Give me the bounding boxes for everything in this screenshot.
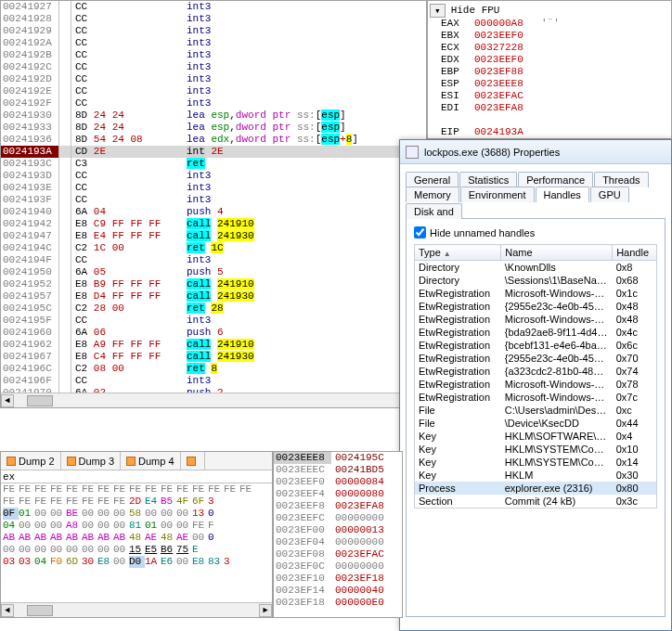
disasm-row[interactable]: 00241947E8 E4 FF FF FFcall 241930 [1, 230, 426, 242]
handles-table[interactable]: Type▲NameHandle Directory\KnownDlls0x8Di… [414, 244, 657, 509]
table-row[interactable]: EtwRegistration{a323cdc2-81b0-48b2...0x7… [415, 365, 657, 378]
disasm-row[interactable]: 002419308D 24 24lea esp,dword ptr ss:[es… [1, 109, 426, 122]
tab-threads[interactable]: Threads [594, 172, 648, 187]
scroll-left-arrow-icon[interactable]: ◄ [1, 604, 14, 617]
register-row[interactable] [430, 114, 669, 126]
table-row[interactable]: KeyHKLM0x30 [415, 469, 657, 482]
disassembly-pane[interactable]: 00241927CCint300241928CCint300241929CCin… [0, 0, 427, 408]
tab-handles[interactable]: Handles [536, 187, 589, 202]
register-row[interactable]: EBP0023EF88 [430, 66, 669, 78]
column-header[interactable]: Handle [613, 245, 657, 261]
stack-row[interactable]: 0023EEF80023EFA8 [274, 500, 402, 512]
tab-environment[interactable]: Environment [460, 187, 535, 202]
disasm-row[interactable]: 002419406A 04push 4 [1, 206, 426, 218]
register-row[interactable]: EIP0024193A [430, 126, 669, 138]
dump-tab[interactable]: Dump 2 [1, 452, 61, 470]
disasm-row[interactable]: 0024194CC2 1C 00ret 1C [1, 242, 426, 254]
disasm-row[interactable]: 0024196FCCint3 [1, 375, 426, 387]
table-row[interactable]: EtwRegistrationMicrosoft-Windows-Sh...0x… [415, 313, 657, 326]
disasm-hscrollbar[interactable]: ◄ ► [1, 393, 426, 407]
stack-row[interactable]: 0023EF0000000013 [274, 524, 402, 536]
disasm-row[interactable]: 0024193FCCint3 [1, 194, 426, 206]
disasm-row[interactable]: 0024193ACD 2Eint 2E [1, 146, 426, 158]
disasm-row[interactable]: 0024195FCCint3 [1, 315, 426, 327]
dump-row[interactable]: FEFEFEFEFEFEFEFEFEFEFEFEFEFEFEFE [1, 483, 272, 496]
hide-unnamed-input[interactable] [414, 226, 426, 238]
dump-row[interactable]: 0F010000BE00000058000000130 [1, 508, 272, 520]
table-row[interactable]: EtwRegistrationMicrosoft-Windows-TS...0x… [415, 287, 657, 300]
disasm-row[interactable]: 0024193ECCint3 [1, 182, 426, 194]
disasm-row[interactable]: 002419506A 05push 5 [1, 266, 426, 278]
table-row[interactable]: EtwRegistrationMicrosoft-Windows-Sh...0x… [415, 378, 657, 391]
table-row[interactable]: EtwRegistration{2955e23c-4e0b-45ca...0x7… [415, 352, 657, 365]
disasm-row[interactable]: 0024193DCCint3 [1, 170, 426, 182]
scroll-left-arrow-icon[interactable]: ◄ [1, 394, 14, 407]
stack-row[interactable]: 0023EF0C00000000 [274, 560, 402, 573]
disasm-row[interactable]: 0024195CC2 28 00ret 28 [1, 303, 426, 315]
scroll-thumb[interactable] [27, 395, 53, 406]
disasm-row[interactable]: 00241962E8 A9 FF FF FFcall 241910 [1, 339, 426, 351]
disasm-row[interactable]: 0024193CC3ret [1, 158, 426, 170]
disasm-row[interactable]: 0024196CC2 08 00ret 8 [1, 363, 426, 375]
dump-row[interactable]: ABABABABABABABAB48AE48AE000 [1, 532, 272, 544]
stack-row[interactable]: 0023EF080023EFAC [274, 548, 402, 560]
disasm-row[interactable]: 00241957E8 D4 FF FF FFcall 241930 [1, 290, 426, 303]
register-row[interactable]: EDX0023EEF0 [430, 54, 669, 66]
dump-tab-more[interactable] [181, 452, 205, 470]
dump-tab[interactable]: Dump 3 [61, 452, 122, 470]
column-header[interactable]: Type▲ [415, 245, 501, 261]
stack-row[interactable]: 0023EF100023EF18 [274, 573, 402, 585]
disasm-row[interactable]: 00241927CCint3 [1, 1, 426, 13]
disasm-row[interactable]: 0024192CCCint3 [1, 61, 426, 73]
dump-hscrollbar[interactable]: ◄ ► [1, 602, 272, 617]
table-row[interactable]: EtwRegistration{bda92ae8-9f11-4d49...0x4… [415, 326, 657, 339]
stack-pane[interactable]: 0023EEE80024195C0023EEEC00241BD50023EEF0… [273, 451, 403, 618]
disasm-row[interactable]: 00241928CCint3 [1, 13, 426, 25]
register-row[interactable]: ESP0023EEE8 [430, 78, 669, 90]
table-row[interactable]: FileC:\Users\admin\Desktop0xc [415, 404, 657, 417]
table-row[interactable]: EtwRegistration{bcebf131-e4e6-4ba4...0x6… [415, 339, 657, 352]
stack-row[interactable]: 0023EF0400000000 [274, 536, 402, 548]
disasm-row[interactable]: 0024192FCCint3 [1, 97, 426, 109]
column-header[interactable]: Name [501, 245, 613, 261]
tab-disk-and[interactable]: Disk and [406, 203, 462, 219]
table-row[interactable]: Processexplorer.exe (2316)0x80 [415, 482, 657, 495]
disasm-row[interactable]: 00241929CCint3 [1, 25, 426, 37]
dump-row[interactable]: 030304F06D30E800D01AE600E8833 [1, 556, 272, 568]
disasm-row[interactable]: 00241952E8 B9 FF FF FFcall 241910 [1, 278, 426, 290]
dialog-titlebar[interactable]: lockpos.exe (3688) Properties [400, 140, 671, 164]
table-row[interactable]: Directory\Sessions\1\BaseNam...0x68 [415, 274, 657, 287]
stack-row[interactable]: 0023EEF400000080 [274, 488, 402, 500]
disasm-row[interactable]: 0024192DCCint3 [1, 73, 426, 85]
register-row[interactable]: EDI0023EFA8 [430, 102, 669, 114]
table-row[interactable]: File\Device\KsecDD0x44 [415, 417, 657, 430]
disasm-row[interactable]: 0024192BCCint3 [1, 49, 426, 61]
tab-gpu[interactable]: GPU [590, 187, 629, 202]
disasm-row[interactable]: 0024192ACCint3 [1, 37, 426, 49]
properties-dialog[interactable]: lockpos.exe (3688) Properties GeneralSta… [399, 139, 672, 631]
disasm-row[interactable]: 002419368D 54 24 08lea edx,dword ptr ss:… [1, 134, 426, 146]
stack-row[interactable]: 0023EF1400000040 [274, 585, 402, 597]
tab-statistics[interactable]: Statistics [459, 172, 517, 187]
disasm-row[interactable]: 0024194FCCint3 [1, 254, 426, 266]
stack-row[interactable]: 0023EEFC00000000 [274, 512, 402, 524]
toggle-button[interactable]: ▾ [430, 4, 446, 18]
register-row[interactable]: ECX00327228 [430, 42, 669, 54]
dump-row[interactable]: 000000000000000015E5B675E [1, 544, 272, 556]
tab-memory[interactable]: Memory [406, 187, 459, 202]
scroll-thumb[interactable] [27, 605, 53, 616]
hide-unnamed-checkbox[interactable]: Hide unnamed handles [414, 226, 657, 238]
table-row[interactable]: EtwRegistration{2955e23c-4e0b-45ca...0x4… [415, 300, 657, 313]
register-row[interactable]: EAX000000A8'¨' [430, 18, 669, 30]
disasm-row[interactable]: 00241967E8 C4 FF FF FFcall 241930 [1, 351, 426, 363]
disasm-row[interactable]: 00241942E8 C9 FF FF FFcall 241910 [1, 218, 426, 230]
table-row[interactable]: KeyHKLM\SYSTEM\Control...0x14 [415, 456, 657, 469]
register-row[interactable]: EBX0023EEF0 [430, 30, 669, 42]
dump-tab[interactable]: Dump 4 [121, 452, 181, 470]
register-row[interactable]: ESI0023EFAC [430, 90, 669, 102]
dump-row[interactable]: 04000000A800000081010000FEF [1, 520, 272, 532]
stack-row[interactable]: 0023EF18000000E0 [274, 597, 402, 609]
stack-row[interactable]: 0023EEF000000084 [274, 476, 402, 488]
dump-row[interactable]: FEFEFEFEFEFEFEFE2DE4B54F6F3 [1, 496, 272, 508]
table-row[interactable]: EtwRegistrationMicrosoft-Windows-Kn...0x… [415, 391, 657, 404]
